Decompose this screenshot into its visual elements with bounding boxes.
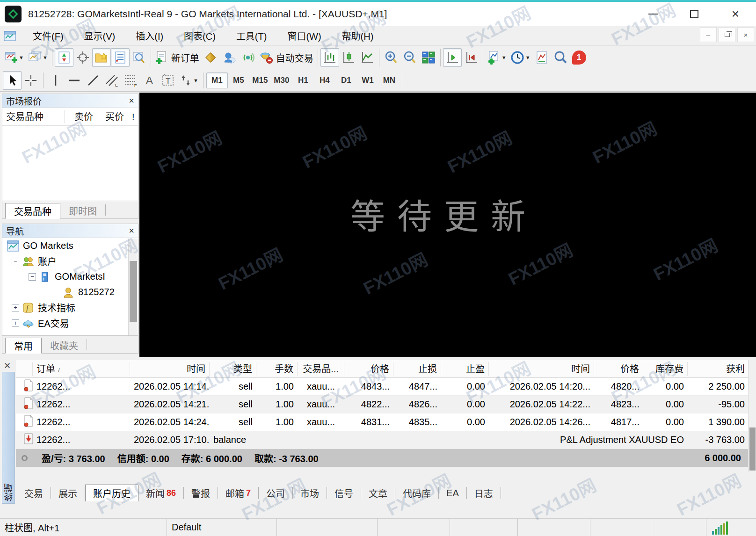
- menu-file[interactable]: 文件(F): [22, 26, 74, 45]
- expand-icon[interactable]: +: [12, 319, 19, 327]
- mdi-minimize-button[interactable]: –: [700, 27, 717, 42]
- minimize-button[interactable]: [632, 2, 674, 26]
- menu-window[interactable]: 窗口(W): [277, 26, 331, 45]
- tab-news[interactable]: 新闻86: [138, 485, 183, 501]
- expand-icon[interactable]: +: [12, 304, 19, 311]
- history-row[interactable]: 12262... 2026.02.05 14:24... sell 1.00 x…: [16, 413, 749, 431]
- crosshair-button[interactable]: [22, 71, 40, 90]
- new-chart-button[interactable]: ▼: [3, 48, 26, 67]
- tab-trade[interactable]: 交易: [17, 485, 51, 501]
- column-swap[interactable]: 库存费: [643, 362, 688, 376]
- terminal-close-icon[interactable]: ✕: [4, 361, 11, 371]
- tab-articles[interactable]: 文章: [361, 485, 395, 501]
- market-watch-body[interactable]: [2, 126, 138, 199]
- market-watch-toggle[interactable]: [55, 48, 73, 67]
- tab-favorites[interactable]: 收藏夹: [42, 337, 87, 353]
- timeframe-d1[interactable]: D1: [335, 72, 357, 88]
- scrollbar-thumb[interactable]: [749, 427, 756, 471]
- tab-common[interactable]: 常用: [5, 338, 42, 354]
- column-close-time[interactable]: 时间: [489, 362, 594, 376]
- vertical-line-button[interactable]: [46, 71, 65, 90]
- close-icon[interactable]: ×: [129, 95, 134, 106]
- menu-view[interactable]: 显示(V): [74, 26, 126, 45]
- column-sl[interactable]: 止损: [393, 362, 441, 376]
- column-open-time[interactable]: 时间: [130, 362, 210, 376]
- strategy-tester-button[interactable]: [130, 48, 148, 67]
- close-icon[interactable]: ×: [129, 225, 134, 236]
- tab-journal[interactable]: 日志: [467, 485, 501, 501]
- tile-windows-button[interactable]: [419, 48, 438, 67]
- timeframe-m15[interactable]: M15: [249, 72, 271, 88]
- tab-market[interactable]: 市场: [293, 485, 327, 501]
- mdi-restore-button[interactable]: [719, 27, 735, 42]
- zoom-out-button[interactable]: [400, 48, 419, 67]
- tree-item-server[interactable]: − GOMarketsI: [2, 269, 138, 284]
- text-label-button[interactable]: T: [159, 71, 177, 90]
- notifications-button[interactable]: 1: [570, 48, 589, 67]
- tab-company[interactable]: 公司: [259, 485, 292, 501]
- maximize-button[interactable]: [674, 2, 715, 26]
- terminal-toggle[interactable]: [111, 48, 130, 67]
- text-button[interactable]: A: [140, 71, 159, 90]
- column-bid[interactable]: 卖价: [65, 110, 97, 123]
- timeframe-mn[interactable]: MN: [378, 72, 400, 88]
- horizontal-line-button[interactable]: [65, 71, 84, 90]
- balance-row[interactable]: 12262... 2026.02.05 17:10... balance P&L…: [16, 431, 749, 449]
- tab-experts[interactable]: EA: [439, 485, 466, 501]
- tree-item-go-markets[interactable]: GO Markets: [2, 238, 138, 254]
- timeframe-w1[interactable]: W1: [357, 72, 378, 88]
- tab-mailbox[interactable]: 邮箱7: [218, 485, 258, 501]
- chart-shift-button[interactable]: [462, 48, 480, 67]
- tree-item-accounts[interactable]: − 账户: [2, 254, 138, 269]
- navigator-scrollbar[interactable]: [128, 239, 138, 336]
- zoom-in-button[interactable]: [382, 48, 400, 67]
- column-alert[interactable]: !: [128, 110, 138, 123]
- column-order[interactable]: 订单/: [33, 362, 130, 376]
- metaeditor-button[interactable]: [201, 48, 220, 67]
- trendline-button[interactable]: [84, 71, 102, 90]
- terminal-scrollbar[interactable]: [748, 360, 756, 472]
- channel-button[interactable]: E: [102, 71, 121, 90]
- history-row[interactable]: 12262... 2026.02.05 14:21... sell 1.00 x…: [16, 396, 749, 413]
- arrows-button[interactable]: ▼: [177, 71, 200, 90]
- bar-chart-button[interactable]: [320, 48, 339, 67]
- tab-symbols[interactable]: 交易品种: [5, 203, 60, 219]
- menu-tools[interactable]: 工具(T): [226, 26, 277, 45]
- cursor-button[interactable]: [3, 71, 22, 90]
- column-profit[interactable]: 获利: [688, 362, 749, 376]
- templates-button[interactable]: [532, 48, 551, 67]
- history-row[interactable]: 12262... 2026.02.05 14:14... sell 1.00 x…: [16, 378, 749, 396]
- timeframe-h1[interactable]: H1: [292, 72, 314, 88]
- collapse-icon[interactable]: −: [29, 273, 36, 281]
- scrollbar-thumb[interactable]: [130, 261, 137, 322]
- column-type[interactable]: 类型: [210, 362, 256, 376]
- column-close-price[interactable]: 价格: [594, 362, 643, 376]
- tree-item-indicators[interactable]: + f 技术指标: [2, 300, 138, 315]
- timeframe-m30[interactable]: M30: [271, 72, 292, 88]
- navigator-toggle[interactable]: [92, 48, 111, 67]
- mdi-close-button[interactable]: ×: [737, 27, 754, 42]
- indicators-button[interactable]: ▼: [486, 48, 509, 67]
- new-order-button[interactable]: 新订单: [153, 48, 201, 67]
- menu-charts[interactable]: 图表(C): [174, 26, 226, 45]
- tab-tick-chart[interactable]: 即时图: [60, 203, 105, 218]
- tree-item-account-number[interactable]: 8125272: [2, 284, 138, 300]
- tab-alerts[interactable]: 警报: [184, 485, 218, 501]
- line-chart-button[interactable]: [358, 48, 377, 67]
- close-button[interactable]: ×: [715, 2, 756, 26]
- status-profile[interactable]: Default: [167, 519, 277, 536]
- tab-code-base[interactable]: 代码库: [395, 485, 438, 501]
- tab-account-history[interactable]: 账户历史: [85, 485, 138, 501]
- candlestick-button[interactable]: [339, 48, 358, 67]
- search-button[interactable]: [551, 48, 570, 67]
- column-symbol[interactable]: 交易品种: [2, 110, 65, 123]
- fibonacci-button[interactable]: F: [121, 71, 140, 90]
- profiles-button[interactable]: ▼: [26, 48, 50, 67]
- data-window-button[interactable]: [73, 48, 92, 67]
- signals-button[interactable]: [239, 48, 257, 67]
- tab-exposure[interactable]: 展示: [51, 485, 85, 501]
- timeframe-m1[interactable]: M1: [206, 72, 228, 88]
- column-symbol[interactable]: 交易品...: [298, 362, 344, 376]
- menu-insert[interactable]: 插入(I): [125, 26, 174, 45]
- autotrading-button[interactable]: 自动交易: [257, 48, 315, 67]
